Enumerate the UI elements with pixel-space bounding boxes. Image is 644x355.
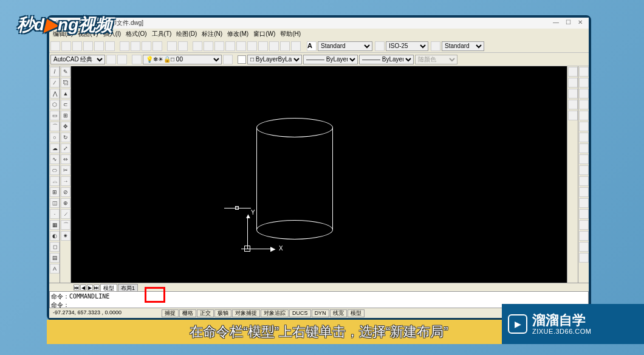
stretch-icon[interactable]: ⇔ <box>61 154 70 164</box>
dim-aligned-icon[interactable] <box>579 78 589 88</box>
status-model[interactable]: 模型 <box>348 309 365 317</box>
dim-space-icon[interactable] <box>579 187 589 197</box>
dim-base-icon[interactable] <box>579 165 589 175</box>
maximize-button[interactable]: ☐ <box>564 19 572 27</box>
tab-next-icon[interactable]: ▶ <box>87 284 93 291</box>
region-mass-icon[interactable] <box>568 89 578 98</box>
minimize-button[interactable]: — <box>552 19 560 27</box>
copy-icon[interactable] <box>131 41 140 51</box>
pan-icon[interactable] <box>193 41 202 51</box>
text-style-select[interactable]: Standard <box>318 41 372 51</box>
undo-icon[interactable] <box>167 41 177 51</box>
color-select[interactable]: □ ByLayerByLayer <box>247 55 302 64</box>
dcenter-icon[interactable] <box>236 41 246 51</box>
arc-icon[interactable]: ⌒ <box>50 122 60 131</box>
dim-arc-icon[interactable] <box>579 89 589 98</box>
tab-layout1[interactable]: 布局1 <box>118 284 138 291</box>
dim-ang-icon[interactable] <box>579 143 589 153</box>
list-icon[interactable] <box>568 100 578 109</box>
dim-cont-icon[interactable] <box>579 176 589 186</box>
menu-format[interactable]: 格式(O) <box>123 30 149 38</box>
help-icon[interactable] <box>291 41 301 51</box>
dim-break-icon[interactable] <box>579 198 589 208</box>
chamfer-icon[interactable]: ⟋ <box>61 209 70 219</box>
menu-tools[interactable]: 工具(T) <box>149 30 174 38</box>
status-snap[interactable]: 捕捉 <box>162 309 179 317</box>
workspace-settings-icon[interactable] <box>106 55 116 64</box>
xline-icon[interactable]: ∕ <box>50 78 60 88</box>
preview-icon[interactable] <box>94 41 104 51</box>
paste-icon[interactable] <box>142 41 151 51</box>
insert-block-icon[interactable]: ⊞ <box>50 187 60 197</box>
layer-select[interactable]: 💡❄☀🔒□ 00 <box>143 55 222 64</box>
spline-icon[interactable]: ∿ <box>50 154 60 164</box>
dim-edit-icon[interactable] <box>579 231 589 241</box>
rotate-icon[interactable]: ↻ <box>61 133 70 142</box>
polygon-icon[interactable]: ⬡ <box>50 100 60 109</box>
break-icon[interactable]: ⊘ <box>61 187 70 197</box>
menu-help[interactable]: 帮助(H) <box>278 30 303 38</box>
menu-dimension[interactable]: 标注(N) <box>199 30 225 38</box>
color-swatch[interactable] <box>238 55 246 64</box>
move-icon[interactable]: ✥ <box>61 122 70 131</box>
tab-last-icon[interactable]: ⏭ <box>94 284 100 291</box>
line-icon[interactable]: / <box>50 67 60 77</box>
redo-icon[interactable] <box>178 41 188 51</box>
status-ortho[interactable]: 正交 <box>197 309 214 317</box>
mirror-icon[interactable]: ▲ <box>61 89 70 98</box>
dim-ord-icon[interactable] <box>579 100 589 109</box>
rectangle-icon[interactable]: ▭ <box>50 111 60 120</box>
dim-linear-icon[interactable] <box>579 67 589 77</box>
id-icon[interactable] <box>568 111 578 120</box>
ssm-icon[interactable] <box>258 41 268 51</box>
status-osnap[interactable]: 对象捕捉 <box>232 309 260 317</box>
mtext-icon[interactable]: A <box>50 264 60 274</box>
region-icon[interactable]: ◻ <box>50 242 60 252</box>
circle-icon[interactable]: ○ <box>50 133 60 142</box>
calc-icon[interactable] <box>280 41 290 51</box>
layer-prev-icon[interactable] <box>223 55 233 64</box>
status-dyn[interactable]: DYN <box>312 309 329 317</box>
status-otrack[interactable]: 对象追踪 <box>261 309 289 317</box>
dim-tedit-icon[interactable] <box>579 242 589 252</box>
dist-icon[interactable] <box>568 67 578 77</box>
dim-style-select[interactable]: ISO-25 <box>386 41 428 51</box>
dim-dia-icon[interactable] <box>579 133 589 142</box>
markup-icon[interactable] <box>269 41 279 51</box>
dim-update-icon[interactable] <box>579 253 589 263</box>
zoom-icon[interactable] <box>204 41 213 51</box>
properties-icon[interactable] <box>225 41 235 51</box>
array-icon[interactable]: ⊞ <box>61 111 70 120</box>
text-style-icon[interactable]: A <box>307 41 317 51</box>
status-lwt[interactable]: 线宽 <box>330 309 347 317</box>
scale-icon[interactable]: ⤢ <box>61 143 70 153</box>
fillet-icon[interactable]: ⌒ <box>61 220 70 230</box>
tolerance-icon[interactable] <box>579 209 589 219</box>
linetype-select[interactable]: ——— ByLayer <box>303 55 358 64</box>
dim-quick-icon[interactable] <box>579 154 589 164</box>
hatch-icon[interactable]: ▦ <box>50 220 60 230</box>
layer-tools-icon[interactable] <box>132 55 142 64</box>
open-icon[interactable] <box>61 41 71 51</box>
make-block-icon[interactable]: ◫ <box>50 198 60 208</box>
drawing-canvas[interactable]: ▲ ▶ Y X <box>71 66 567 283</box>
dim-style-icon[interactable] <box>375 41 385 51</box>
publish-icon[interactable] <box>105 41 115 51</box>
gradient-icon[interactable]: ◐ <box>50 231 60 241</box>
close-button[interactable]: ✕ <box>577 19 584 27</box>
menu-draw[interactable]: 绘图(D) <box>174 30 199 38</box>
tab-prev-icon[interactable]: ◀ <box>80 284 86 291</box>
workspace-select[interactable]: AutoCAD 经典 <box>50 55 105 64</box>
menu-modify[interactable]: 修改(M) <box>225 30 251 38</box>
matchprop-icon[interactable] <box>152 41 162 51</box>
tab-first-icon[interactable]: ⏮ <box>74 284 80 291</box>
table-icon[interactable]: ▤ <box>50 253 60 263</box>
dim-radius-icon[interactable] <box>579 111 589 120</box>
copy-obj-icon[interactable]: ⿻ <box>61 78 70 88</box>
status-polar[interactable]: 极轴 <box>214 309 231 317</box>
save-icon[interactable] <box>72 41 82 51</box>
status-grid[interactable]: 栅格 <box>179 309 196 317</box>
ellipse-arc-icon[interactable]: ⌓ <box>50 176 60 186</box>
layer-manager-icon[interactable] <box>117 55 127 64</box>
lineweight-select[interactable]: ——— ByLayer <box>359 55 414 64</box>
